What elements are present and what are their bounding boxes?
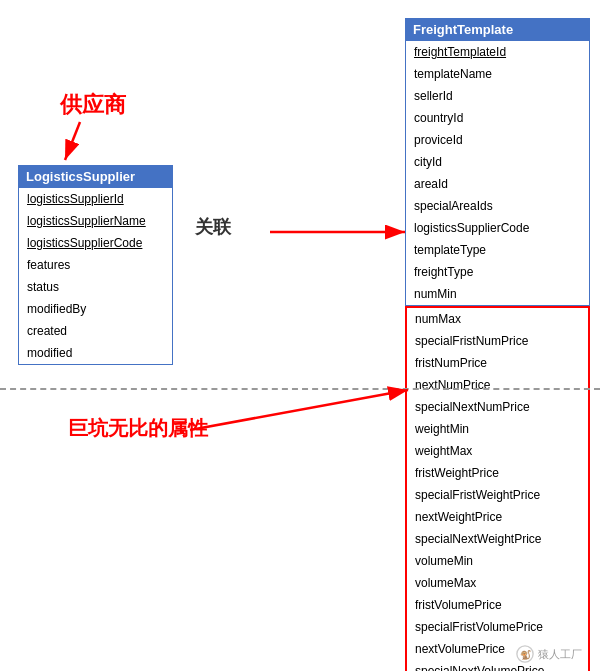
label-supplier: 供应商 bbox=[60, 90, 126, 120]
field-templatename: templateName bbox=[406, 63, 589, 85]
svg-text:🐒: 🐒 bbox=[520, 649, 532, 661]
field-logisticssuppliername: logisticsSupplierName bbox=[19, 210, 172, 232]
entity-right-body: freightTemplateId templateName sellerId … bbox=[405, 41, 590, 306]
field-logisticssuppliercode: logisticsSupplierCode bbox=[19, 232, 172, 254]
entity-left: LogisticsSupplier logisticsSupplierId lo… bbox=[18, 165, 173, 365]
label-relation: 关联 bbox=[195, 215, 231, 239]
entity-left-header: LogisticsSupplier bbox=[18, 165, 173, 188]
field-status-left: status bbox=[19, 276, 172, 298]
dashed-divider bbox=[0, 388, 600, 390]
field-modifiedby-left: modifiedBy bbox=[19, 298, 172, 320]
field-features: features bbox=[19, 254, 172, 276]
field-logisticssuppliercode-right: logisticsSupplierCode bbox=[406, 217, 589, 239]
field-fristnumprice: fristNumPrice bbox=[407, 352, 588, 374]
field-specialfristvolumeprice: specialFristVolumePrice bbox=[407, 616, 588, 638]
svg-line-3 bbox=[65, 122, 80, 160]
field-volumemin: volumeMin bbox=[407, 550, 588, 572]
footer-text: 猿人工厂 bbox=[538, 647, 582, 662]
field-logisticssupplierid: logisticsSupplierId bbox=[19, 188, 172, 210]
entity-right-header: FreightTemplate bbox=[405, 18, 590, 41]
highlighted-fields: numMax specialFristNumPrice fristNumPric… bbox=[405, 306, 590, 671]
field-modified-left: modified bbox=[19, 342, 172, 364]
diagram-container: 供应商 LogisticsSupplier logisticsSupplierI… bbox=[0, 0, 600, 671]
footer-icon: 🐒 bbox=[516, 645, 534, 663]
field-templatetype: templateType bbox=[406, 239, 589, 261]
field-created-left: created bbox=[19, 320, 172, 342]
entity-right: FreightTemplate freightTemplateId templa… bbox=[405, 18, 590, 671]
field-sellerid: sellerId bbox=[406, 85, 589, 107]
field-specialareaids: specialAreaIds bbox=[406, 195, 589, 217]
field-fristweightprice: fristWeightPrice bbox=[407, 462, 588, 484]
field-nextweightprice: nextWeightPrice bbox=[407, 506, 588, 528]
label-attrs: 巨坑无比的属性 bbox=[68, 415, 208, 442]
field-nummin: numMin bbox=[406, 283, 589, 305]
field-freighttype: freightType bbox=[406, 261, 589, 283]
footer: 🐒 猿人工厂 bbox=[516, 645, 582, 663]
field-areaid: areaId bbox=[406, 173, 589, 195]
field-weightmax: weightMax bbox=[407, 440, 588, 462]
field-weightmin: weightMin bbox=[407, 418, 588, 440]
field-proviceid: proviceId bbox=[406, 129, 589, 151]
field-cityid: cityId bbox=[406, 151, 589, 173]
field-fristvolumeprice: fristVolumePrice bbox=[407, 594, 588, 616]
field-specialfristnumprice: specialFristNumPrice bbox=[407, 330, 588, 352]
field-volumemax: volumeMax bbox=[407, 572, 588, 594]
field-nextnumprice: nextNumPrice bbox=[407, 374, 588, 396]
field-specialnextnumprice: specialNextNumPrice bbox=[407, 396, 588, 418]
field-freighttemplateid: freightTemplateId bbox=[406, 41, 589, 63]
field-specialfristweightprice: specialFristWeightPrice bbox=[407, 484, 588, 506]
field-countryid: countryId bbox=[406, 107, 589, 129]
entity-left-body: logisticsSupplierId logisticsSupplierNam… bbox=[18, 188, 173, 365]
field-specialnextweightprice: specialNextWeightPrice bbox=[407, 528, 588, 550]
svg-line-5 bbox=[190, 390, 408, 430]
field-nummax: numMax bbox=[407, 308, 588, 330]
